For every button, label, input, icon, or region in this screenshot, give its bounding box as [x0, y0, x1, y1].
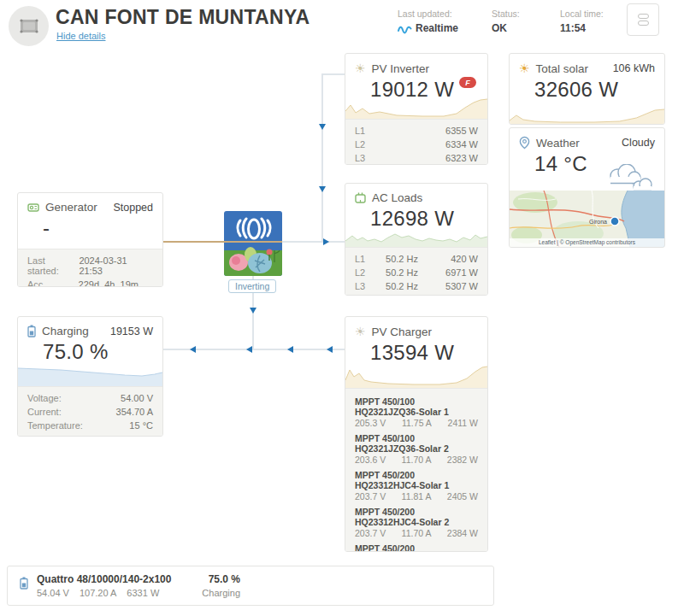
last-updated-value: Realtime	[416, 22, 458, 34]
total-solar-sparkline	[510, 107, 664, 124]
realtime-wave-icon	[398, 23, 412, 34]
flow-arrow-down-icon	[319, 124, 326, 130]
generator-details: Last started:2024-03-31 21:53 Acc. runti…	[18, 249, 162, 286]
page-title: CAN FONT DE MUNTANYA	[56, 6, 310, 29]
device-power: 6331 W	[127, 588, 159, 598]
sun-icon: ☀	[355, 325, 366, 338]
flow-arrow-left-icon	[327, 346, 333, 353]
flow-arrow-left-icon	[246, 346, 252, 353]
mppt-entry: MPPT 450/100 HQ2321JZQ36-Solar 2 203.6 V…	[345, 430, 487, 466]
total-solar-card[interactable]: ☀ Total solar 106 kWh 32606 W	[509, 53, 665, 125]
generator-card[interactable]: Generator Stopped - Last started:2024-03…	[17, 192, 163, 287]
pv-charger-power-value: 13594 W	[345, 338, 487, 365]
card-title: AC Loads	[372, 191, 422, 204]
device-state: Charging	[157, 588, 240, 598]
mppt-entry: MPPT 450/200 HQ23312HJC4-Solar 3 205.7 V…	[345, 540, 487, 552]
toggle-pill-icon	[638, 14, 649, 19]
mppt-entry: MPPT 450/200 HQ23312HJC4-Solar 1 203.7 V…	[345, 466, 487, 503]
flow-arrow-left-icon	[287, 346, 293, 353]
total-solar-power-value: 32606 W	[510, 75, 664, 102]
card-title: Charging	[42, 325, 89, 337]
hide-details-link[interactable]: Hide details	[56, 31, 105, 41]
ac-loads-sparkline	[345, 227, 487, 248]
wire-generator-ac-in	[163, 241, 282, 243]
local-time-info: Local time: 11:54	[560, 9, 604, 34]
sun-icon: ☀	[355, 62, 366, 75]
site-avatar[interactable]	[9, 6, 49, 46]
flow-arrow-down-icon	[250, 308, 256, 314]
battery-details: Voltage:54.00 V Current:354.70 A Tempera…	[18, 386, 162, 436]
battery-icon	[20, 577, 28, 590]
weather-condition: Cloudy	[622, 137, 655, 149]
total-solar-energy: 106 kWh	[613, 62, 655, 74]
flow-arrow-right-icon	[323, 238, 329, 245]
charging-power: 19153 W	[110, 326, 153, 337]
mppt-entry: MPPT 450/100 HQ2321JZQ36-Solar 1 205.3 V…	[345, 393, 487, 430]
location-pin-icon	[519, 136, 530, 150]
last-updated-info: Last updated: Realtime	[398, 9, 458, 34]
phase-row: L250.2 Hz6971 W	[345, 266, 487, 279]
ac-loads-card[interactable]: AC Loads 12698 W L150.2 Hz420 W L250.2 H…	[345, 183, 488, 296]
local-time-label: Local time:	[560, 9, 604, 19]
location-map[interactable]: Girona Leaflet | © OpenStreetMap contrib…	[510, 191, 664, 247]
pv-inverter-card[interactable]: ☀ PV Inverter 19012 W F L16355 W L26334 …	[345, 53, 488, 165]
ac-plug-icon	[355, 192, 366, 203]
card-title: PV Charger	[372, 326, 433, 338]
phase-row: L26334 W	[345, 138, 487, 151]
quattro-device-bar[interactable]: Quattro 48/10000/140-2x100 54.04 V 107.2…	[7, 566, 494, 606]
wire-pv-inverter-stub	[321, 73, 345, 75]
mppt-entry: MPPT 450/200 HQ23312HJC4-Solar 2 203.7 V…	[345, 503, 487, 540]
card-title: PV Inverter	[372, 62, 430, 75]
phase-row: L36323 W	[345, 151, 487, 165]
status-info: Status: OK	[492, 9, 520, 34]
ac-loads-details: L150.2 Hz420 W L250.2 Hz6971 W L350.2 Hz…	[345, 247, 487, 295]
generator-status: Stopped	[113, 202, 153, 214]
pv-charger-card[interactable]: ☀ PV Charger 13594 W MPPT 450/100 HQ2321…	[345, 316, 488, 552]
flow-arrow-left-icon	[190, 346, 196, 353]
phase-row: L350.2 Hz5307 W	[345, 279, 487, 293]
inverter-state-badge: Inverting	[228, 279, 276, 293]
map-attribution[interactable]: Leaflet | © OpenStreetMap contributors	[510, 238, 664, 247]
inverter-device-image[interactable]	[224, 211, 282, 276]
status-value: OK	[492, 22, 507, 34]
weather-card[interactable]: Weather Cloudy 14 °C	[509, 127, 665, 248]
toggle-pill-icon	[638, 21, 649, 26]
phase-row: L16355 W	[345, 124, 487, 138]
phase-row: L150.2 Hz420 W	[345, 252, 487, 266]
pv-inverter-sparkline	[345, 97, 487, 120]
local-time-value: 11:54	[560, 22, 586, 34]
solar-panel-avatar-icon	[17, 16, 41, 37]
generator-icon	[27, 202, 39, 213]
charging-sparkline	[18, 361, 162, 387]
detail-row: Temperature:15 °C	[18, 419, 162, 432]
card-title: Total solar	[536, 62, 589, 75]
wire-ac-out	[282, 241, 345, 243]
detail-row: Last started:2024-03-31 21:53	[18, 254, 162, 278]
device-title: Quattro 48/10000/140-2x100	[37, 573, 171, 585]
state-of-charge-value: 75.0 %	[18, 337, 162, 364]
battery-charging-card[interactable]: Charging 19153 W 75.0 % Voltage:54.00 V …	[17, 316, 163, 437]
flow-arrow-down-icon	[319, 186, 326, 192]
card-title: Weather	[536, 137, 580, 150]
battery-icon	[27, 325, 36, 337]
generator-value: -	[18, 214, 162, 240]
card-title: Generator	[45, 201, 97, 214]
last-updated-label: Last updated:	[398, 9, 458, 19]
mppt-list: MPPT 450/100 HQ2321JZQ36-Solar 1 205.3 V…	[345, 388, 487, 551]
device-values: 54.04 V 107.20 A 6331 W	[37, 588, 159, 598]
fronius-badge: F	[459, 77, 476, 88]
pv-charger-sparkline	[345, 363, 487, 389]
device-current: 107.20 A	[80, 588, 116, 598]
device-voltage: 54.04 V	[37, 588, 69, 598]
sun-icon: ☀	[519, 62, 530, 75]
wire-pv-inverter-vertical	[321, 73, 323, 243]
detail-row: Current:354.70 A	[18, 405, 162, 419]
status-label: Status:	[492, 9, 520, 19]
vrm-dashboard: CAN FONT DE MUNTANYA Hide details Last u…	[0, 0, 684, 616]
device-soc: 75.0 %	[157, 573, 240, 585]
widgets-toggle-button[interactable]	[627, 3, 659, 36]
detail-row: Acc. runtime:229d, 4h, 19m, 56s	[18, 278, 162, 287]
map-marker-icon	[610, 217, 619, 226]
pv-inverter-details: L16355 W L26334 W L36323 W	[345, 119, 487, 164]
map-city-label: Girona	[589, 219, 607, 225]
